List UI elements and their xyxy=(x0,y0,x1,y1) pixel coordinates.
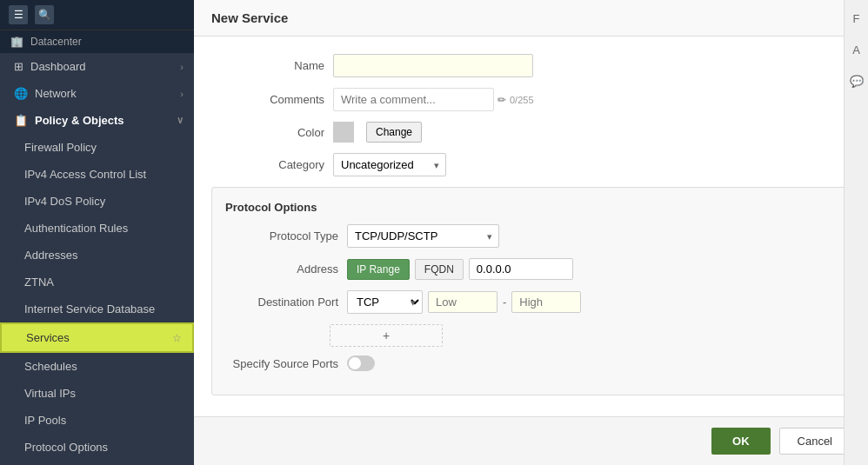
sidebar-item-policy-objects[interactable]: 📋 Policy & Objects ∨ xyxy=(0,107,194,134)
change-color-button[interactable]: Change xyxy=(366,122,422,143)
protocol-section-title: Protocol Options xyxy=(225,201,837,214)
sidebar-item-datacenter: 🏢 Datacenter xyxy=(0,30,194,53)
ok-button[interactable]: OK xyxy=(711,428,771,455)
policy-objects-icon: 📋 xyxy=(14,114,28,127)
sidebar-item-ztna[interactable]: ZTNA xyxy=(0,269,194,296)
color-row: Color Change xyxy=(211,122,851,143)
port-dash: - xyxy=(503,296,506,309)
source-ports-row: Specify Source Ports xyxy=(225,355,837,371)
protocol-type-select-wrapper: TCP/UDP/SCTP xyxy=(347,224,499,248)
category-label: Category xyxy=(211,158,324,171)
comments-extras: ✏ 0/255 xyxy=(333,88,534,111)
dest-port-label: Destination Port xyxy=(225,296,338,309)
dialog-body: Name Comments ✏ 0/255 Color Change xyxy=(194,37,868,416)
char-count: 0/255 xyxy=(510,95,534,105)
add-port-button[interactable]: + xyxy=(330,324,443,347)
comments-input[interactable] xyxy=(333,88,494,111)
sidebar: ☰ 🔍 🏢 Datacenter ⊞ Dashboard › 🌐 Network… xyxy=(0,0,194,465)
services-star-icon[interactable]: ☆ xyxy=(172,332,182,344)
sidebar-item-addresses[interactable]: Addresses xyxy=(0,242,194,269)
source-ports-label: Specify Source Ports xyxy=(225,357,338,370)
ip-range-tab[interactable]: IP Range xyxy=(347,259,410,280)
comments-label: Comments xyxy=(211,93,324,106)
category-select[interactable]: Uncategorized xyxy=(333,153,446,176)
sidebar-collapse-btn[interactable]: ☰ xyxy=(9,5,28,24)
port-low-input[interactable] xyxy=(428,291,497,313)
fqdn-tab[interactable]: FQDN xyxy=(415,259,464,280)
right-icon-chat[interactable]: 💬 xyxy=(847,71,866,90)
policy-objects-arrow: ∨ xyxy=(177,115,184,126)
port-controls: TCP UDP SCTP - xyxy=(347,290,581,314)
sidebar-item-dashboard[interactable]: ⊞ Dashboard › xyxy=(0,53,194,80)
category-row: Category Uncategorized xyxy=(211,153,851,176)
right-icon-f[interactable]: F xyxy=(847,9,866,28)
protocol-type-row: Protocol Type TCP/UDP/SCTP xyxy=(225,224,837,248)
sidebar-item-schedules[interactable]: Schedules xyxy=(0,353,194,380)
protocol-type-select[interactable]: TCP/UDP/SCTP xyxy=(347,224,499,248)
color-label: Color xyxy=(211,126,324,139)
port-proto-select-wrapper: TCP UDP SCTP xyxy=(347,290,423,314)
right-icon-a[interactable]: A xyxy=(847,40,866,59)
dashboard-arrow: › xyxy=(180,62,184,72)
dashboard-icon: ⊞ xyxy=(14,60,23,73)
sidebar-item-internet-svc[interactable]: Internet Service Database xyxy=(0,296,194,322)
category-select-wrapper: Uncategorized xyxy=(333,153,446,176)
sidebar-item-ipv4-acl[interactable]: IPv4 Access Control List xyxy=(0,161,194,188)
color-box xyxy=(333,122,354,143)
name-row: Name xyxy=(211,54,851,77)
sidebar-item-virtual-ips[interactable]: Virtual IPs xyxy=(0,380,194,407)
dialog-footer: OK Cancel xyxy=(194,416,868,465)
right-icons-panel: F A 💬 xyxy=(844,0,868,465)
protocol-type-label: Protocol Type xyxy=(225,229,338,242)
main-content: New Service Name Comments ✏ 0/255 Color xyxy=(194,0,868,465)
address-row: Address IP Range FQDN xyxy=(225,258,837,280)
sidebar-item-ipv4-dos[interactable]: IPv4 DoS Policy xyxy=(0,188,194,215)
name-label: Name xyxy=(211,59,324,72)
port-proto-select[interactable]: TCP UDP SCTP xyxy=(347,290,423,314)
dest-port-row: Destination Port TCP UDP SCTP - xyxy=(225,290,837,314)
new-service-dialog: New Service Name Comments ✏ 0/255 Color xyxy=(194,0,868,465)
sidebar-item-traffic-shaping[interactable]: Traffic Shaping xyxy=(0,461,194,465)
protocol-options-section: Protocol Options Protocol Type TCP/UDP/S… xyxy=(211,187,851,395)
sidebar-top-controls: ☰ 🔍 xyxy=(0,0,194,30)
cancel-button[interactable]: Cancel xyxy=(779,428,851,455)
sidebar-item-protocol-options[interactable]: Protocol Options xyxy=(0,434,194,461)
policy-objects-submenu: Firewall Policy IPv4 Access Control List… xyxy=(0,134,194,465)
plus-icon: + xyxy=(383,329,390,342)
sidebar-item-ip-pools[interactable]: IP Pools xyxy=(0,407,194,434)
sidebar-item-network[interactable]: 🌐 Network › xyxy=(0,80,194,107)
port-high-input[interactable] xyxy=(511,291,581,313)
port-add-row: + xyxy=(330,324,837,347)
sidebar-search-btn[interactable]: 🔍 xyxy=(35,5,54,24)
network-icon: 🌐 xyxy=(14,87,28,100)
sidebar-item-auth-rules[interactable]: Authentication Rules xyxy=(0,215,194,242)
pencil-icon: ✏ xyxy=(497,94,506,106)
sidebar-item-firewall-policy[interactable]: Firewall Policy xyxy=(0,134,194,161)
address-controls: IP Range FQDN xyxy=(347,258,573,280)
source-ports-toggle[interactable] xyxy=(347,355,375,371)
sidebar-item-services[interactable]: Services ☆ xyxy=(0,322,194,353)
name-input[interactable] xyxy=(333,54,533,77)
comments-row: Comments ✏ 0/255 xyxy=(211,88,851,111)
dialog-title: New Service xyxy=(194,0,868,37)
address-input[interactable] xyxy=(469,258,573,280)
datacenter-icon: 🏢 xyxy=(10,36,23,48)
address-label: Address xyxy=(225,262,338,276)
network-arrow: › xyxy=(180,89,184,99)
